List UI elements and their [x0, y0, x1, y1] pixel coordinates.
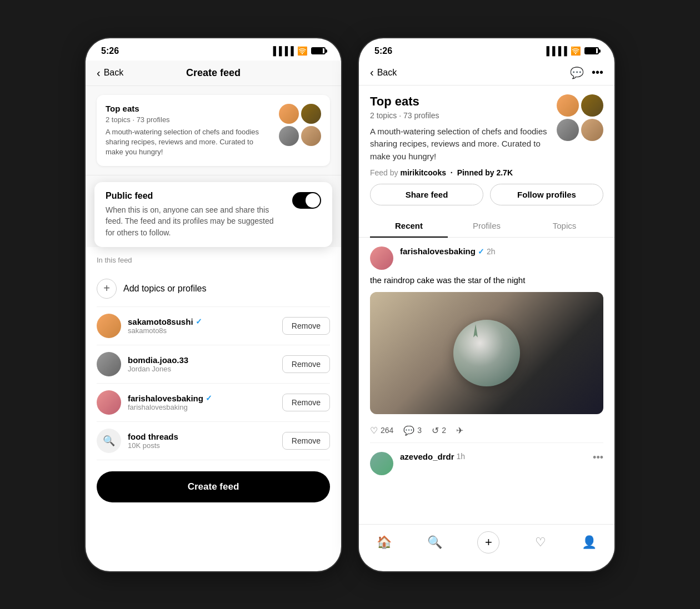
tab-recent[interactable]: Recent: [370, 214, 448, 237]
status-bar-right: 5:26 ▐▐▐▐ 🛜: [359, 38, 614, 61]
follow-profiles-button[interactable]: Follow profiles: [490, 184, 603, 205]
post-time-1: 2h: [487, 247, 496, 256]
feed-card-desc: A mouth-watering selection of chefs and …: [106, 127, 272, 158]
avatar-2: [301, 104, 321, 124]
feed-author[interactable]: mirikitcooks: [400, 168, 446, 177]
home-nav[interactable]: 🏠: [377, 535, 392, 550]
back-button-left[interactable]: Back: [97, 67, 123, 79]
topic-count-1: 10K posts: [128, 441, 276, 450]
compose-nav[interactable]: +: [477, 531, 499, 553]
left-phone: 5:26 ▐▐▐▐ 🛜 Back Create feed Top eats 2 …: [86, 38, 341, 571]
nav-header-right: Back 💬 •••: [359, 61, 614, 85]
topic-name-1: food threads: [128, 432, 276, 441]
remove-button-topic[interactable]: Remove: [282, 432, 330, 450]
nav-header-left: Back Create feed: [86, 61, 341, 86]
feed-card[interactable]: Top eats 2 topics · 73 profiles A mouth-…: [97, 95, 330, 167]
feed-card-title: Top eats: [106, 104, 272, 113]
status-time-left: 5:26: [101, 46, 119, 56]
feed-avatar-3: [557, 119, 579, 141]
repost-count: 2: [442, 426, 446, 435]
status-bar-left: 5:26 ▐▐▐▐ 🛜: [86, 38, 341, 61]
public-feed-toggle[interactable]: [292, 192, 321, 209]
post-avatar-1: [370, 246, 393, 270]
tabs-row: Recent Profiles Topics: [359, 214, 614, 238]
profile-nav[interactable]: 👤: [582, 535, 597, 550]
search-nav[interactable]: 🔍: [427, 535, 442, 550]
right-content: Back 💬 ••• Top eats 2 topics · 73 profil…: [359, 61, 614, 565]
right-phone: 5:26 ▐▐▐▐ 🛜 Back 💬 ••• Top eats 2 topics…: [359, 38, 614, 571]
verified-badge-3: ✓: [206, 394, 212, 402]
feed-avatar-1: [557, 94, 579, 117]
repost-icon: ↺: [432, 425, 439, 436]
signal-icon: ▐▐▐▐: [270, 46, 294, 56]
in-feed-section: In this feed + Add topics or profiles sa…: [86, 247, 341, 460]
profile-row-1: sakamoto8sushi ✓ sakamoto8s Remove: [97, 307, 330, 345]
share-action[interactable]: ✈: [456, 425, 463, 436]
post-actions-1: ♡ 264 💬 3 ↺ 2 ✈: [370, 421, 603, 443]
post-item-1: farishalovesbaking ✓ 2h the raindrop cak…: [359, 238, 614, 443]
post-verified-1: ✓: [478, 247, 484, 256]
battery-icon: [311, 47, 326, 54]
post-avatar-2: [370, 452, 393, 475]
page-title-left: Create feed: [186, 67, 241, 79]
toggle-knob: [306, 193, 320, 208]
feed-card-subtitle: 2 topics · 73 profiles: [106, 115, 272, 124]
message-icon[interactable]: 💬: [570, 66, 584, 79]
likes-nav[interactable]: ♡: [535, 535, 546, 550]
feed-avatar-4: [581, 119, 603, 141]
create-feed-button[interactable]: Create feed: [97, 471, 330, 502]
remove-button-1[interactable]: Remove: [282, 317, 330, 335]
wifi-icon: 🛜: [297, 46, 308, 56]
popup-title: Public feed: [106, 191, 283, 201]
pinned-count: Pinned by 2.7K: [457, 168, 513, 177]
verified-badge-1: ✓: [196, 317, 202, 326]
back-button-right[interactable]: Back: [370, 66, 397, 79]
add-topics-row[interactable]: + Add topics or profiles: [97, 271, 330, 307]
add-topics-label: Add topics or profiles: [123, 284, 206, 294]
bottom-nav: 🏠 🔍 + ♡ 👤: [359, 524, 614, 565]
back-chevron: [97, 67, 102, 79]
feed-detail-title: Top eats: [370, 94, 550, 109]
more-options-icon[interactable]: •••: [592, 66, 603, 79]
status-icons-left: ▐▐▐▐ 🛜: [270, 46, 326, 56]
share-icon: ✈: [456, 425, 463, 436]
like-action[interactable]: ♡ 264: [370, 425, 393, 436]
heart-icon: ♡: [370, 425, 378, 436]
avatar-3: [279, 126, 299, 146]
post-meta-1: farishalovesbaking ✓ 2h: [400, 246, 603, 256]
tab-topics[interactable]: Topics: [526, 214, 603, 237]
status-time-right: 5:26: [374, 46, 392, 56]
feed-detail-header: Top eats 2 topics · 73 profiles A mouth-…: [359, 85, 614, 184]
profile-info-3: farishalovesbaking ✓ farishalovesbaking: [128, 394, 276, 411]
post-header-1: farishalovesbaking ✓ 2h: [370, 246, 603, 270]
popup-text: Public feed When this is on, anyone can …: [106, 191, 283, 238]
back-label: Back: [104, 68, 124, 78]
profile-avatar-3: [97, 390, 121, 415]
remove-button-3[interactable]: Remove: [282, 394, 330, 411]
nav-icons-right: 💬 •••: [570, 66, 603, 79]
popup-desc: When this is on, anyone can see and shar…: [106, 204, 283, 238]
profile-name-2: bomdia.joao.33: [128, 355, 276, 365]
feed-detail-meta: 2 topics · 73 profiles: [370, 111, 550, 120]
profile-name-3: farishalovesbaking ✓: [128, 394, 276, 403]
post-image-1: [370, 292, 603, 414]
comment-action[interactable]: 💬 3: [403, 425, 422, 436]
more-options-post2[interactable]: •••: [593, 452, 603, 464]
profile-handle-2: Jordan Jones: [128, 365, 276, 373]
comment-icon: 💬: [403, 425, 414, 436]
left-content: Back Create feed Top eats 2 topics · 73 …: [86, 61, 341, 565]
tab-profiles[interactable]: Profiles: [448, 214, 526, 237]
action-buttons: Share feed Follow profiles: [359, 184, 614, 214]
signal-icon-right: ▐▐▐▐: [543, 46, 567, 56]
share-feed-button[interactable]: Share feed: [370, 184, 483, 205]
repost-action[interactable]: ↺ 2: [432, 425, 446, 436]
profile-avatar-1: [97, 314, 121, 338]
remove-button-2[interactable]: Remove: [282, 355, 330, 373]
back-chevron-right: [370, 66, 375, 79]
wifi-icon-right: 🛜: [571, 46, 581, 56]
avatar-4: [301, 126, 321, 146]
profile-info-2: bomdia.joao.33 Jordan Jones: [128, 355, 276, 373]
post-time-2: 1h: [457, 452, 466, 461]
profile-row-2: bomdia.joao.33 Jordan Jones Remove: [97, 345, 330, 384]
feed-detail-by: Feed by mirikitcooks · Pinned by 2.7K: [370, 168, 550, 177]
